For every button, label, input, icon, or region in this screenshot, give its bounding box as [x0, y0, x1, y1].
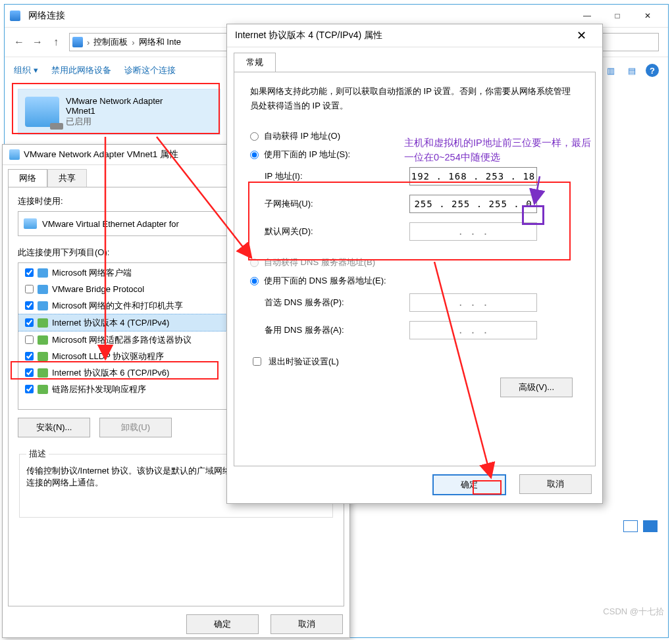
annotation-text: 主机和虚拟机的IP地址前三位要一样，最后一位在0~254中随便选	[404, 135, 595, 164]
item-label: 链路层拓扑发现响应程序	[52, 383, 146, 395]
adapter-status: 已启用	[66, 116, 163, 128]
subnet-field[interactable]: 255 . 255 . 255 . 0	[409, 195, 537, 213]
breadcrumb-icon	[72, 37, 83, 47]
watermark: CSDN @十七拾	[603, 606, 664, 618]
protocol-icon	[38, 352, 48, 361]
gateway-label: 默认网关(D):	[265, 226, 409, 237]
view-mode-icon[interactable]	[623, 520, 638, 532]
dialog-title: VMware Network Adapter VMnet1 属性	[24, 149, 178, 160]
item-checkbox[interactable]	[25, 335, 34, 344]
adapter-name: VMware Network AdapterVMnet1	[66, 96, 163, 116]
help-icon[interactable]: ?	[646, 64, 659, 77]
item-label: Internet 协议版本 6 (TCP/IPv6)	[52, 367, 169, 379]
organize-menu[interactable]: 组织 ▾	[14, 64, 38, 76]
protocol-icon	[38, 301, 48, 310]
item-checkbox[interactable]	[25, 368, 34, 377]
item-label: Microsoft 网络的文件和打印机共享	[52, 300, 183, 312]
ok-button[interactable]: 确定	[432, 474, 506, 495]
description-label: 描述	[26, 448, 49, 460]
pref-dns-field[interactable]: . . .	[409, 293, 537, 312]
item-checkbox[interactable]	[25, 385, 34, 393]
pref-dns-label: 首选 DNS 服务器(P):	[265, 297, 409, 308]
tab-sharing[interactable]: 共享	[47, 169, 87, 187]
protocol-icon	[38, 285, 48, 294]
subnet-label: 子网掩码(U):	[265, 198, 409, 210]
window-title: 网络连接	[28, 10, 572, 22]
adapter-icon	[25, 97, 59, 127]
details-icon[interactable]: ▤	[625, 63, 639, 78]
dialog-icon	[9, 149, 20, 160]
diagnose-button[interactable]: 诊断这个连接	[124, 64, 176, 76]
nic-icon	[24, 218, 37, 229]
advanced-button[interactable]: 高级(V)...	[500, 378, 573, 397]
item-checkbox[interactable]	[25, 318, 34, 327]
dialog-title: Internet 协议版本 4 (TCP/IPv4) 属性	[235, 30, 382, 41]
auto-ip-label: 自动获得 IP 地址(O)	[264, 130, 340, 142]
maximize-button[interactable]: □	[602, 6, 633, 26]
minimize-button[interactable]: —	[572, 6, 602, 26]
forward-button[interactable]: →	[28, 33, 47, 51]
alt-dns-field[interactable]: . . .	[409, 321, 537, 339]
item-checkbox[interactable]	[25, 352, 34, 360]
protocol-icon	[38, 318, 48, 328]
ip-address-field[interactable]: 192 . 168 . 253 . 18	[409, 167, 537, 185]
item-checkbox[interactable]	[25, 301, 34, 310]
view-icon[interactable]: ▥	[604, 63, 618, 78]
item-label: Microsoft 网络客户端	[52, 267, 132, 279]
close-button[interactable]: ✕	[568, 28, 594, 43]
use-ip-label: 使用下面的 IP 地址(S):	[264, 149, 350, 160]
ok-button[interactable]: 确定	[186, 614, 259, 634]
alt-dns-label: 备用 DNS 服务器(A):	[265, 324, 409, 336]
gateway-field[interactable]: . . .	[409, 222, 537, 241]
cancel-button[interactable]: 取消	[519, 474, 592, 494]
item-label: Microsoft 网络适配器多路传送器协议	[52, 334, 192, 346]
validate-checkbox[interactable]	[253, 357, 261, 366]
connect-using-value: VMware Virtual Ethernet Adapter for	[42, 219, 179, 229]
protocol-icon	[38, 385, 48, 394]
close-button[interactable]: ✕	[633, 6, 663, 26]
validate-label: 退出时验证设置(L)	[269, 356, 339, 368]
disable-device-button[interactable]: 禁用此网络设备	[51, 64, 111, 76]
dialog-titlebar: Internet 协议版本 4 (TCP/IPv4) 属性 ✕	[227, 24, 602, 47]
auto-ip-radio[interactable]	[250, 132, 259, 141]
ipv4-properties-dialog: Internet 协议版本 4 (TCP/IPv4) 属性 ✕ 常规 如果网络支…	[226, 24, 603, 504]
item-label: VMware Bridge Protocol	[52, 284, 144, 294]
use-ip-radio[interactable]	[250, 151, 259, 159]
cancel-button[interactable]: 取消	[271, 614, 343, 634]
item-checkbox[interactable]	[25, 268, 34, 277]
tab-network[interactable]: 网络	[8, 169, 47, 187]
up-button[interactable]: ↑	[47, 33, 65, 51]
adapter-item[interactable]: VMware Network AdapterVMnet1 已启用	[18, 89, 220, 135]
back-button[interactable]: ←	[10, 33, 28, 51]
protocol-icon	[38, 268, 48, 278]
breadcrumb-network[interactable]: 网络和 Inte	[139, 36, 181, 48]
auto-dns-radio	[250, 258, 259, 267]
view-mode-icon-active[interactable]	[643, 520, 658, 532]
protocol-icon	[38, 335, 48, 345]
use-dns-radio[interactable]	[250, 277, 259, 285]
breadcrumb-control-panel[interactable]: 控制面板	[93, 36, 128, 48]
tab-general[interactable]: 常规	[234, 53, 276, 72]
statusbar-icons	[623, 520, 658, 532]
app-icon	[10, 11, 20, 21]
protocol-icon	[38, 368, 48, 378]
item-checkbox[interactable]	[25, 285, 34, 293]
uninstall-button: 卸载(U)	[99, 418, 172, 437]
use-dns-label: 使用下面的 DNS 服务器地址(E):	[264, 275, 386, 287]
item-label: Internet 协议版本 4 (TCP/IPv4)	[52, 317, 169, 329]
ip-address-label: IP 地址(I):	[265, 170, 409, 182]
install-button[interactable]: 安装(N)...	[18, 418, 90, 437]
item-label: Microsoft LLDP 协议驱动程序	[52, 351, 164, 362]
instruction-text: 如果网络支持此功能，则可以获取自动指派的 IP 设置。否则，你需要从网络系统管理…	[250, 84, 579, 113]
auto-dns-label: 自动获得 DNS 服务器地址(B)	[264, 257, 375, 268]
